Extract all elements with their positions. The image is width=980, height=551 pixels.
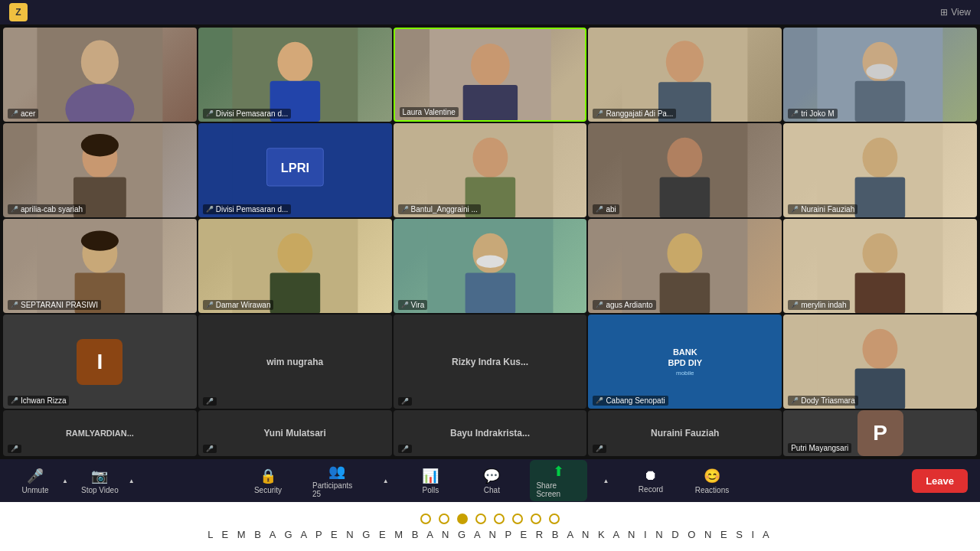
name-vira: 🎤 Vira [398,300,428,310]
svg-point-24 [472,138,508,178]
unmute-caret[interactable]: ▲ [58,474,72,487]
participants-caret[interactable]: ▲ [379,474,392,487]
name-yuni-label: 🎤 [203,445,217,453]
video-cell-nuraini1[interactable]: 🎤 Nuraini Fauziah [783,123,977,217]
svg-point-44 [668,233,703,273]
mic-muted-icon: 🎤 [791,206,799,213]
leave-button[interactable]: Leave [912,469,968,493]
avatar-putri: P [858,410,903,456]
chat-label: Chat [484,486,500,494]
dot-6[interactable] [512,514,523,524]
share-caret[interactable]: ▲ [599,474,612,487]
video-cell-wim[interactable]: wim nugraha 🎤 [198,315,392,409]
video-cell-putri[interactable]: P Putri Mayangsari [783,410,977,456]
toolbar: 🎤 Unmute ▲ 📷 Stop Video ▲ 🔒 Security 👥 P… [0,459,980,502]
name-rizky-label: 🎤 [398,397,412,406]
mic-muted-icon: 🎤 [596,397,603,404]
dot-4[interactable] [475,514,486,524]
video-cell-cabang[interactable]: BANKBPD DIY mobile 🎤 Cabang Senopati [588,315,782,409]
svg-rect-28 [660,178,710,217]
video-caret[interactable]: ▲ [125,474,139,487]
polls-label: Polls [423,486,439,494]
video-cell-abi[interactable]: 🎤 abi [588,123,782,217]
name-divisi2: 🎤 Divisi Pemasaran d... [203,204,291,214]
video-cell-nuraini2[interactable]: Nuraini Fauziah 🎤 [588,410,782,456]
svg-point-4 [277,42,312,82]
video-cell-ramly[interactable]: RAMLYARDIAN... 🎤 [3,410,197,456]
video-grid: 🎤 acer 🎤 Divisi Pemasaran d... Lau [0,24,980,459]
name-laura: Laura Valentine [400,107,459,117]
grid-icon: ⊞ [940,7,948,18]
view-button[interactable]: ⊞ View [940,7,971,18]
video-cell-aprilia[interactable]: 🎤 aprilia-cab syariah [3,123,197,217]
video-cell-divisi1[interactable]: 🎤 Divisi Pemasaran d... [198,28,392,122]
name-acer: 🎤 acer [8,109,38,119]
mic-muted-icon: 🎤 [401,206,409,213]
svg-point-18 [81,134,119,157]
mic-muted-icon: 🎤 [791,397,799,404]
org-name: L E M B A G A P E N G E M B A N G A N P … [207,529,773,540]
video-cell-damar[interactable]: 🎤 Damar Wirawan [198,219,392,313]
name-septarani: 🎤 SEPTARANI PRASIWI [8,300,101,310]
view-label: View [951,7,971,18]
video-cell-dody[interactable]: 🎤 Dody Triasmara [783,315,977,409]
name-bayu: Bayu Indrakrista... [450,428,530,439]
video-cell-ranggajati[interactable]: 🎤 Ranggajati Adi Pa... [588,28,782,122]
unmute-label: Unmute [21,486,48,494]
name-nuraini2-label: 🎤 [593,445,606,453]
toolbar-center: 🔒 Security 👥 Participants 25 ▲ 📊 Polls 💬… [245,460,735,501]
video-cell-acer[interactable]: 🎤 acer [3,28,197,122]
dot-8[interactable] [549,514,560,524]
share-screen-label: Share Screen [536,481,580,498]
svg-rect-51 [855,369,906,409]
reactions-button[interactable]: 😊 Reactions [689,465,735,497]
dot-3[interactable] [457,514,468,524]
video-cell-merylin[interactable]: 🎤 merylin indah [783,219,977,313]
svg-point-1 [81,40,119,83]
video-cell-rizky[interactable]: Rizky Indra Kus... 🎤 [394,315,587,409]
top-bar: Z ⊞ View [0,0,980,24]
share-screen-icon: ⬆ [553,463,564,480]
dot-7[interactable] [531,514,541,524]
polls-button[interactable]: 📊 Polls [407,465,453,497]
zoom-logo: Z [9,3,28,21]
dot-2[interactable] [439,514,449,524]
bottom-bar: L E M B A G A P E N G E M B A N G A N P … [0,502,980,551]
avatar-ichwan: I [77,339,122,385]
name-merylin: 🎤 merylin indah [788,300,849,310]
mic-muted-icon: 🎤 [206,302,214,308]
mic-muted-icon: 🎤 [401,302,409,308]
video-cell-trijoko[interactable]: 🎤 tri Joko M [783,28,977,122]
video-cell-bantul[interactable]: 🎤 Bantul_Anggraini ... [394,123,587,217]
mic-icon: 🎤 [27,468,44,484]
name-ranggajati: 🎤 Ranggajati Adi Pa... [593,109,676,119]
stop-video-button[interactable]: 📷 Stop Video [75,465,125,497]
dot-5[interactable] [494,514,505,524]
name-trijoko: 🎤 tri Joko M [788,109,837,119]
dot-1[interactable] [420,514,431,524]
unmute-button[interactable]: 🎤 Unmute [12,465,58,497]
video-cell-yuni[interactable]: Yuni Mulatsari 🎤 [198,410,392,456]
svg-rect-31 [855,178,906,217]
mic-muted-icon: 🎤 [206,445,214,452]
name-wim: wim nugraha [266,357,323,367]
video-cell-vira[interactable]: 🎤 Vira [394,219,587,313]
video-cell-septarani[interactable]: 🎤 SEPTARANI PRASIWI [3,219,197,313]
chat-button[interactable]: 💬 Chat [469,465,514,497]
record-button[interactable]: ⏺ Record [628,465,674,497]
svg-point-10 [666,41,704,83]
mic-muted-icon: 🎤 [11,206,18,213]
video-cell-agus[interactable]: 🎤 agus Ardianto [588,219,782,313]
video-cell-bayu[interactable]: Bayu Indrakrista... 🎤 [394,410,587,456]
participants-button[interactable]: 👥 Participants 25 [306,460,367,501]
video-cell-laura[interactable]: Laura Valentine [394,28,587,122]
main-content: 🎤 acer 🎤 Divisi Pemasaran d... Lau [0,24,980,459]
video-cell-ichwan[interactable]: I 🎤 Ichwan Rizza [3,315,197,409]
share-screen-button[interactable]: ⬆ Share Screen [530,460,586,501]
mic-muted-icon: 🎤 [791,302,799,308]
svg-point-47 [863,233,898,273]
video-cell-divisi2[interactable]: LPRI 🎤 Divisi Pemasaran d... [198,123,392,217]
name-abi: 🎤 abi [593,204,619,214]
name-bantul: 🎤 Bantul_Anggraini ... [398,204,481,214]
security-button[interactable]: 🔒 Security [245,465,291,497]
